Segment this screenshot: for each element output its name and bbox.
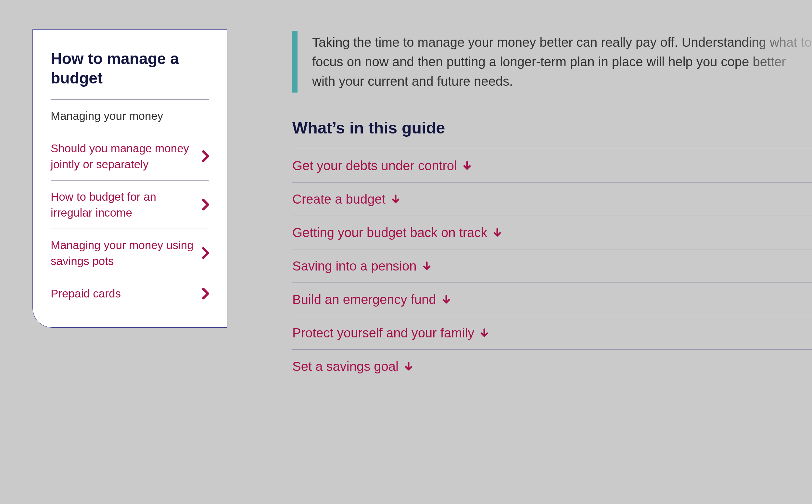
toc-item[interactable]: Get your debts under control bbox=[292, 149, 812, 182]
chevron-right-icon bbox=[202, 150, 209, 162]
toc-item-label: Get your debts under control bbox=[292, 157, 457, 174]
arrow-down-icon bbox=[441, 294, 451, 305]
toc-item[interactable]: Build an emergency fund bbox=[292, 283, 812, 316]
intro-text: Taking the time to manage your money bet… bbox=[312, 31, 812, 93]
toc-item-label: Getting your budget back on track bbox=[292, 224, 487, 241]
sidebar-item-label: How to budget for an irregular income bbox=[51, 189, 196, 221]
toc-item-label: Saving into a pension bbox=[292, 258, 417, 274]
arrow-down-icon bbox=[492, 227, 502, 238]
sidebar-item-label: Should you manage money jointly or separ… bbox=[51, 140, 196, 172]
intro-block: Taking the time to manage your money bet… bbox=[292, 31, 812, 93]
toc-item-label: Create a budget bbox=[292, 191, 386, 208]
sidebar-item[interactable]: Should you manage money jointly or separ… bbox=[51, 132, 209, 181]
arrow-down-icon bbox=[462, 160, 472, 171]
guide-heading: What’s in this guide bbox=[292, 119, 812, 137]
intro-accent-bar bbox=[292, 31, 298, 93]
toc-item[interactable]: Create a budget bbox=[292, 182, 812, 216]
arrow-down-icon bbox=[404, 361, 413, 372]
sidebar-title: How to manage a budget bbox=[51, 49, 209, 100]
arrow-down-icon bbox=[422, 261, 432, 271]
main-content: Taking the time to manage your money bet… bbox=[292, 31, 812, 383]
sidebar-item-label: Prepaid cards bbox=[51, 285, 196, 301]
toc-item-label: Build an emergency fund bbox=[292, 291, 436, 308]
sidebar-item-label: Managing your money bbox=[51, 108, 209, 124]
toc-item-label: Set a savings goal bbox=[292, 358, 399, 375]
chevron-right-icon bbox=[202, 288, 209, 299]
toc-item[interactable]: Getting your budget back on track bbox=[292, 216, 812, 249]
sidebar-item-label: Managing your money using savings pots bbox=[51, 237, 196, 269]
toc-item[interactable]: Set a savings goal bbox=[292, 349, 812, 383]
toc-item-label: Protect yourself and your family bbox=[292, 324, 474, 341]
toc-item[interactable]: Saving into a pension bbox=[292, 249, 812, 283]
chevron-right-icon bbox=[202, 247, 209, 259]
sidebar-item[interactable]: How to budget for an irregular income bbox=[51, 181, 209, 229]
sidebar-item[interactable]: Prepaid cards bbox=[51, 277, 209, 301]
toc-container: Get your debts under controlCreate a bud… bbox=[292, 149, 812, 383]
sidebar-items-container: Managing your moneyShould you manage mon… bbox=[51, 100, 209, 301]
sidebar-nav: How to manage a budget Managing your mon… bbox=[32, 29, 227, 328]
sidebar-item[interactable]: Managing your money using savings pots bbox=[51, 229, 209, 277]
arrow-down-icon bbox=[391, 194, 400, 204]
chevron-right-icon bbox=[202, 199, 209, 210]
toc-item[interactable]: Protect yourself and your family bbox=[292, 316, 812, 349]
sidebar-item: Managing your money bbox=[51, 100, 209, 132]
arrow-down-icon bbox=[479, 328, 489, 338]
